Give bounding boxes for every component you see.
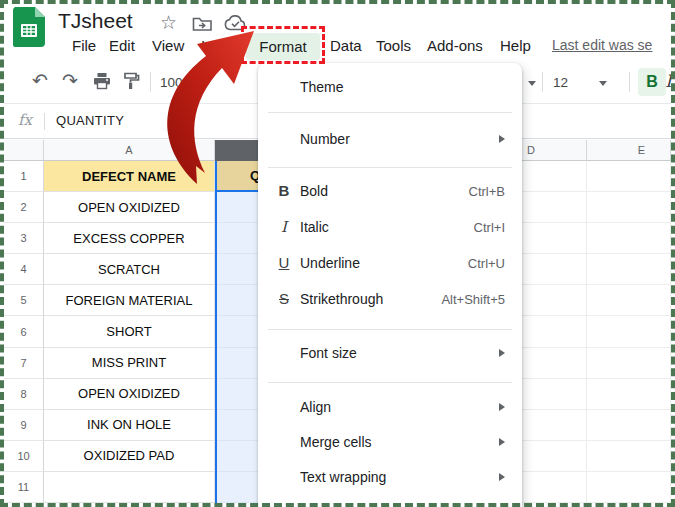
empty-cell[interactable] xyxy=(522,223,587,254)
menu-file[interactable]: File xyxy=(72,37,96,54)
cell-A10[interactable]: OXIDIZED PAD xyxy=(44,441,215,472)
font-size-caret-icon[interactable] xyxy=(599,81,607,86)
toolbar-separator xyxy=(629,72,630,92)
menu-item-font-size[interactable]: Font size xyxy=(258,340,522,368)
star-icon[interactable]: ☆ xyxy=(160,11,177,34)
font-caret-icon[interactable] xyxy=(528,81,536,86)
menu-data[interactable]: Data xyxy=(330,37,362,54)
empty-cell[interactable] xyxy=(587,410,671,441)
redo-icon[interactable]: ↷ xyxy=(62,69,78,92)
empty-cell[interactable] xyxy=(587,192,671,223)
menu-addons[interactable]: Add-ons xyxy=(427,37,483,54)
menu-edit[interactable]: Edit xyxy=(109,37,135,54)
move-folder-icon[interactable] xyxy=(192,16,213,32)
column-header-b-selected[interactable] xyxy=(215,140,258,161)
empty-cell[interactable] xyxy=(587,379,671,410)
print-icon[interactable] xyxy=(93,72,111,90)
cell-A6[interactable]: SHORT xyxy=(44,316,215,347)
cell-B9[interactable] xyxy=(217,410,258,441)
zoom-select[interactable]: 100% xyxy=(160,75,195,90)
document-title[interactable]: TJsheet xyxy=(58,9,133,33)
cell-A5[interactable]: FOREIGN MATERIAL xyxy=(44,285,215,316)
bold-button[interactable]: B xyxy=(638,68,666,96)
empty-cell[interactable] xyxy=(522,410,587,441)
row-number[interactable]: 4 xyxy=(4,254,44,285)
row-number[interactable]: 5 xyxy=(4,285,44,316)
empty-cell[interactable] xyxy=(587,161,671,192)
formula-input[interactable]: QUANTITY xyxy=(56,113,124,128)
row-number[interactable]: 7 xyxy=(4,348,44,379)
cell-B8[interactable] xyxy=(217,379,258,410)
font-size-select[interactable]: 12 xyxy=(553,75,568,90)
menu-item-italic[interactable]: I Italic Ctrl+I xyxy=(258,214,522,242)
cell-B4[interactable] xyxy=(217,254,258,285)
cell-B1[interactable]: QUANTITY xyxy=(217,161,258,192)
menu-view[interactable]: View xyxy=(152,37,184,54)
empty-cell[interactable] xyxy=(522,472,587,503)
menu-item-text-wrapping[interactable]: Text wrapping xyxy=(258,464,522,492)
cell-B6[interactable] xyxy=(217,316,258,347)
empty-cell[interactable] xyxy=(522,316,587,347)
row-number[interactable]: 3 xyxy=(4,223,44,254)
cell-B10[interactable] xyxy=(217,441,258,472)
shortcut-label: Ctrl+U xyxy=(468,256,505,271)
empty-cell[interactable] xyxy=(587,285,671,316)
empty-cell[interactable] xyxy=(522,379,587,410)
menu-item-underline[interactable]: U Underline Ctrl+U xyxy=(258,250,522,278)
italic-button[interactable]: I xyxy=(665,71,672,91)
menu-insert[interactable]: Insert xyxy=(201,37,239,54)
column-header-e[interactable]: E xyxy=(587,140,671,161)
cell-B3[interactable] xyxy=(217,223,258,254)
empty-cell[interactable] xyxy=(587,441,671,472)
row-number[interactable]: 10 xyxy=(4,441,44,472)
cell-A4[interactable]: SCRATCH xyxy=(44,254,215,285)
empty-cell[interactable] xyxy=(587,472,671,503)
select-all-corner[interactable] xyxy=(4,140,44,161)
cell-A2[interactable]: OPEN OXIDIZED xyxy=(44,192,215,223)
cell-A8[interactable]: OPEN OXIDIZED xyxy=(44,379,215,410)
cell-A1[interactable]: DEFECT NAME xyxy=(44,161,215,192)
empty-cell[interactable] xyxy=(522,441,587,472)
row-number[interactable]: 8 xyxy=(4,379,44,410)
row-number[interactable]: 6 xyxy=(4,316,44,347)
undo-icon[interactable]: ↶ xyxy=(32,69,48,92)
column-header-d[interactable]: D xyxy=(522,140,587,161)
cell-B2[interactable] xyxy=(217,192,258,223)
menu-divider xyxy=(268,167,512,168)
empty-cell[interactable] xyxy=(522,254,587,285)
cell-B5[interactable] xyxy=(217,285,258,316)
menu-item-bold[interactable]: B Bold Ctrl+B xyxy=(258,178,522,206)
column-header-a[interactable]: A xyxy=(44,140,215,161)
cell-A7[interactable]: MISS PRINT xyxy=(44,348,215,379)
empty-cell[interactable] xyxy=(587,254,671,285)
column-e-cells xyxy=(587,161,671,503)
empty-cell[interactable] xyxy=(587,348,671,379)
last-edit-link[interactable]: Last edit was se xyxy=(552,37,652,53)
menu-item-theme[interactable]: Theme xyxy=(258,74,522,102)
submenu-arrow-icon xyxy=(499,473,505,481)
zoom-caret-icon[interactable] xyxy=(203,81,211,86)
empty-cell[interactable] xyxy=(522,285,587,316)
row-number[interactable]: 9 xyxy=(4,410,44,441)
menu-item-align[interactable]: Align xyxy=(258,394,522,422)
empty-cell[interactable] xyxy=(522,161,587,192)
menu-help[interactable]: Help xyxy=(500,37,531,54)
menu-item-number[interactable]: Number xyxy=(258,126,522,154)
paint-format-icon[interactable] xyxy=(123,72,140,90)
format-dropdown-menu: Theme Number B Bold Ctrl+B I Italic Ctrl… xyxy=(258,63,522,507)
menu-item-strikethrough[interactable]: S Strikethrough Alt+Shift+5 xyxy=(258,286,522,314)
empty-cell[interactable] xyxy=(587,316,671,347)
menu-item-merge-cells[interactable]: Merge cells xyxy=(258,429,522,457)
cell-A9[interactable]: INK ON HOLE xyxy=(44,410,215,441)
empty-cell[interactable] xyxy=(587,223,671,254)
empty-cell[interactable] xyxy=(522,348,587,379)
cell-B11[interactable] xyxy=(217,472,258,503)
row-number[interactable]: 1 xyxy=(4,161,44,192)
cell-A3[interactable]: EXCESS COPPER xyxy=(44,223,215,254)
menu-tools[interactable]: Tools xyxy=(376,37,411,54)
empty-cell[interactable] xyxy=(522,192,587,223)
cell-A11[interactable] xyxy=(44,472,215,503)
row-number[interactable]: 2 xyxy=(4,192,44,223)
cell-B7[interactable] xyxy=(217,348,258,379)
row-number[interactable]: 11 xyxy=(4,472,44,503)
